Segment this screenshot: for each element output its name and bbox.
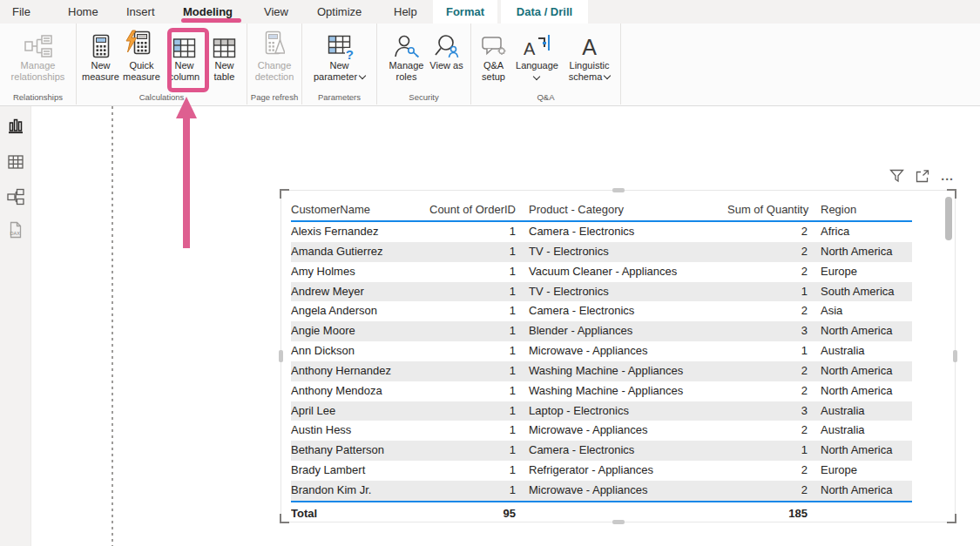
table-row[interactable]: Angela Anderson1Camera - Electronics2Asi…	[291, 301, 912, 321]
table-row[interactable]: Brady Lambert1Refrigerator - Appliances2…	[291, 461, 912, 481]
table-row[interactable]: Andrew Meyer1TV - Electronics1South Amer…	[291, 282, 912, 302]
table-cell: 1	[414, 441, 518, 461]
new-column-button[interactable]: New column	[163, 28, 206, 83]
linguistic-schema-button[interactable]: A Linguistic schema	[562, 28, 618, 83]
tab-data-drill[interactable]: Data / Drill	[501, 0, 588, 24]
table-cell: South America	[810, 282, 912, 302]
quick-measure-button[interactable]: Quick measure	[121, 28, 163, 83]
tab-optimize[interactable]: Optimize	[317, 0, 362, 24]
group-label-calculations: Calculations	[77, 91, 247, 104]
table-cell: 1	[414, 381, 518, 401]
table-cell: Microwave - Appliances	[518, 421, 727, 441]
table-row[interactable]: Brandon Kim Jr.1Microwave - Appliances2N…	[291, 481, 912, 501]
table-row[interactable]: April Lee1Laptop - Electronics3Australia	[291, 401, 912, 421]
manage-relationships-button: Manage relationships	[6, 28, 71, 83]
manage-roles-label: Manage roles	[384, 60, 429, 83]
qa-setup-label: Q&A setup	[475, 60, 513, 83]
report-view-button[interactable]	[0, 111, 31, 140]
resize-handle-top[interactable]	[612, 188, 625, 192]
table-cell: 2	[727, 262, 810, 282]
change-detection-label: Change detection	[249, 60, 300, 83]
total-label: Total	[291, 502, 414, 524]
new-parameter-label: New parameter	[313, 60, 367, 83]
table-cell: Laptop - Electronics	[518, 401, 727, 421]
tab-modeling[interactable]: Modeling	[183, 0, 233, 24]
table-cell: 2	[727, 481, 810, 501]
new-measure-button[interactable]: New measure	[81, 28, 121, 83]
table-row[interactable]: Angie Moore1Blender - Appliances3North A…	[291, 321, 912, 341]
table-visual[interactable]: ... CustomerName Count of OrderID Produc…	[280, 190, 956, 522]
table-cell: Australia	[810, 421, 912, 441]
manage-roles-button[interactable]: Manage roles	[384, 28, 429, 83]
table: CustomerName Count of OrderID Product - …	[291, 198, 912, 524]
table-cell: Vacuum Cleaner - Appliances	[518, 262, 727, 282]
table-row[interactable]: Amanda Gutierrez1TV - Electronics2North …	[291, 242, 912, 262]
table-cell: 1	[414, 341, 518, 361]
new-table-button[interactable]: New table	[206, 28, 243, 83]
table-cell: Camera - Electronics	[518, 301, 727, 321]
column-header[interactable]: Sum of Quantity	[727, 203, 810, 216]
column-header[interactable]: Region	[810, 203, 912, 216]
resize-handle-right[interactable]	[953, 350, 957, 362]
total-orderid-count: 95	[414, 502, 518, 524]
ribbon-group-parameters: ? New parameter Parameters	[302, 24, 377, 104]
ribbon-group-relationships: Manage relationships Relationships	[0, 24, 77, 104]
table-row[interactable]: Anthony Mendoza1Washing Machine - Applia…	[291, 381, 912, 401]
table-cell: Microwave - Appliances	[518, 481, 727, 501]
focus-mode-icon[interactable]	[916, 170, 929, 183]
column-header[interactable]: Product - Category	[518, 203, 727, 216]
table-cell: Brady Lambert	[291, 461, 414, 481]
language-label: Language	[516, 60, 558, 79]
table-cell: 2	[727, 421, 810, 441]
manage-roles-icon	[394, 28, 420, 60]
language-button[interactable]: A Language	[513, 28, 562, 79]
column-header[interactable]: Count of OrderID	[414, 203, 518, 216]
tab-insert[interactable]: Insert	[126, 0, 155, 24]
tab-view[interactable]: View	[264, 0, 288, 24]
table-cell: Washing Machine - Appliances	[518, 381, 727, 401]
table-cell: Washing Machine - Appliances	[518, 361, 727, 381]
table-row[interactable]: Amy Holmes1Vacuum Cleaner - Appliances2E…	[291, 262, 912, 282]
table-cell: Angie Moore	[291, 321, 414, 341]
ribbon-group-calculations: New measure	[77, 24, 247, 104]
total-quantity-sum: 185	[727, 502, 810, 524]
view-as-label: View as	[429, 60, 463, 71]
tab-format[interactable]: Format	[433, 0, 497, 24]
ribbon-group-qa: Q&A setup A Language A Linguistic sch	[471, 24, 621, 104]
tab-home[interactable]: Home	[68, 0, 98, 24]
table-cell: Europe	[810, 461, 912, 481]
new-parameter-button[interactable]: ? New parameter	[313, 28, 367, 83]
view-as-button[interactable]: View as	[429, 28, 464, 71]
resize-handle-left[interactable]	[279, 350, 283, 362]
table-cell: 2	[727, 461, 810, 481]
filter-icon[interactable]	[889, 169, 904, 183]
group-label-parameters: Parameters	[302, 91, 376, 104]
table-row[interactable]: Anthony Hernandez1Washing Machine - Appl…	[291, 361, 912, 381]
table-cell: 2	[727, 242, 810, 262]
chevron-down-icon	[533, 73, 540, 80]
table-row[interactable]: Bethany Patterson1Camera - Electronics1N…	[291, 441, 912, 461]
table-view-button[interactable]	[0, 147, 31, 177]
more-options-icon[interactable]: ...	[941, 170, 954, 182]
tab-file[interactable]: File	[12, 0, 30, 24]
quick-measure-label: Quick measure	[121, 60, 163, 83]
group-label-page-refresh: Page refresh	[247, 91, 301, 104]
view-switcher-sidebar: DAX	[0, 106, 31, 546]
table-cell: 1	[727, 341, 810, 361]
column-header[interactable]: CustomerName	[291, 203, 414, 216]
table-cell: 1	[414, 222, 518, 242]
manage-relationships-icon	[24, 28, 53, 60]
table-cell: Angela Anderson	[291, 301, 414, 321]
table-cell: Australia	[810, 401, 912, 421]
tab-help[interactable]: Help	[394, 0, 417, 24]
table-scrollbar-thumb[interactable]	[945, 197, 952, 240]
table-cell: 1	[414, 361, 518, 381]
table-row[interactable]: Ann Dickson1Microwave - Appliances1Austr…	[291, 341, 912, 361]
dax-query-view-button[interactable]: DAX	[0, 215, 31, 245]
qa-setup-button[interactable]: Q&A setup	[475, 28, 513, 83]
table-cell: Australia	[810, 341, 912, 361]
annotation-arrow-shaft	[183, 117, 190, 248]
table-row[interactable]: Alexis Fernandez1Camera - Electronics2Af…	[291, 222, 912, 242]
model-view-button[interactable]	[0, 182, 31, 212]
table-row[interactable]: Austin Hess1Microwave - Appliances2Austr…	[291, 421, 912, 441]
